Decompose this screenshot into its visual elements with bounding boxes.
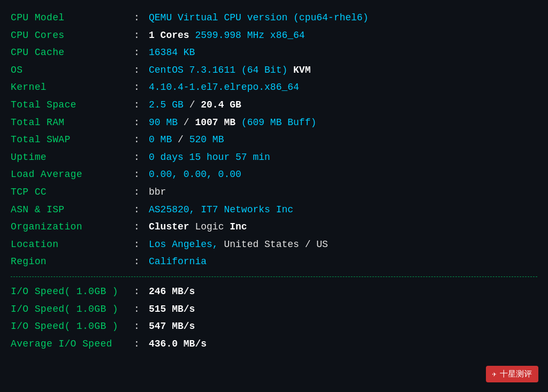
value-part: 246 MB/s (149, 286, 195, 297)
table-row: Total RAM:90 MB / 1007 MB (609 MB Buff) (11, 114, 537, 131)
table-row: Average I/O Speed:436.0 MB/s (11, 336, 537, 352)
table-row: Location:Los Angeles, United States / US (11, 236, 537, 253)
colon-separator: : (134, 132, 143, 148)
colon-separator: : (134, 219, 143, 235)
row-label: Average I/O Speed (11, 336, 134, 352)
row-value: 4.10.4-1.el7.elrepo.x86_64 (149, 79, 299, 96)
row-value: 436.0 MB/s (149, 336, 207, 352)
value-part: 90 MB (149, 117, 184, 128)
colon-separator: : (134, 253, 143, 270)
row-label: CPU Model (11, 10, 134, 26)
row-value: 547 MB/s (149, 318, 195, 335)
colon-separator: : (134, 202, 143, 218)
table-row: Total SWAP:0 MB / 520 MB (11, 132, 537, 148)
value-part: 0 days 15 hour 57 min (149, 152, 270, 163)
row-label: ASN & ISP (11, 202, 134, 218)
value-part: 2599.998 MHz x86_64 (195, 30, 305, 41)
value-part: 0.00, 0.00, 0.00 (149, 169, 241, 180)
colon-separator: : (134, 301, 143, 318)
value-part: 0 MB (149, 134, 178, 145)
watermark: ✈ 十星测评 (486, 366, 538, 382)
colon-separator: : (134, 318, 143, 335)
row-value: Los Angeles, United States / US (149, 236, 328, 253)
value-part: bbr (149, 187, 166, 197)
table-row: I/O Speed( 1.0GB ):547 MB/s (11, 318, 537, 335)
value-part: 1 (149, 30, 161, 41)
watermark-text: 十星测评 (500, 369, 532, 379)
value-part: 436.0 MB/s (149, 339, 207, 349)
value-part: California (149, 256, 207, 267)
row-value: 1 Cores 2599.998 MHz x86_64 (149, 27, 305, 44)
value-part: United States / US (224, 239, 328, 250)
colon-separator: : (134, 27, 143, 44)
row-label: I/O Speed( 1.0GB ) (11, 318, 134, 335)
table-row: Uptime:0 days 15 hour 57 min (11, 149, 537, 166)
value-part: 547 MB/s (149, 321, 195, 332)
table-row: TCP CC:bbr (11, 184, 537, 201)
row-value: 0.00, 0.00, 0.00 (149, 166, 241, 183)
value-part: 520 MB (189, 134, 224, 145)
value-part: 1007 MB (195, 117, 241, 128)
row-label: CPU Cores (11, 27, 134, 44)
value-part: 2.5 GB (149, 99, 189, 110)
section-divider (11, 276, 537, 277)
colon-separator: : (134, 114, 143, 131)
colon-separator: : (134, 62, 143, 79)
row-value: California (149, 253, 207, 270)
table-row: Kernel:4.10.4-1.el7.elrepo.x86_64 (11, 79, 537, 96)
colon-separator: : (134, 149, 143, 166)
row-value: 2.5 GB / 20.4 GB (149, 97, 241, 113)
main-info-section: CPU Model:QEMU Virtual CPU version (cpu6… (11, 10, 537, 270)
row-label: I/O Speed( 1.0GB ) (11, 301, 134, 318)
colon-separator: : (134, 44, 143, 61)
colon-separator: : (134, 336, 143, 352)
row-value: 515 MB/s (149, 301, 195, 318)
row-value: bbr (149, 184, 166, 201)
row-value: 16384 KB (149, 44, 195, 61)
table-row: CPU Cores:1 Cores 2599.998 MHz x86_64 (11, 27, 537, 44)
table-row: Region:California (11, 253, 537, 270)
colon-separator: : (134, 283, 143, 300)
value-part: Inc (230, 221, 247, 232)
value-part: AS25820, IT7 Networks Inc (149, 204, 293, 215)
table-row: I/O Speed( 1.0GB ):246 MB/s (11, 283, 537, 300)
row-label: Load Average (11, 166, 134, 183)
colon-separator: : (134, 97, 143, 113)
row-label: Region (11, 253, 134, 270)
colon-separator: : (134, 79, 143, 96)
row-label: I/O Speed( 1.0GB ) (11, 283, 134, 300)
value-part: 515 MB/s (149, 304, 195, 314)
value-part: 20.4 GB (201, 99, 241, 110)
row-label: Total Space (11, 97, 134, 113)
value-part: Cluster (149, 221, 195, 232)
row-value: AS25820, IT7 Networks Inc (149, 202, 293, 218)
table-row: Load Average:0.00, 0.00, 0.00 (11, 166, 537, 183)
value-part: KVM (293, 65, 310, 75)
row-label: Organization (11, 219, 134, 235)
value-part: 16384 KB (149, 47, 195, 58)
value-part: Logic (195, 221, 230, 232)
row-label: Total SWAP (11, 132, 134, 148)
row-label: CPU Cache (11, 44, 134, 61)
row-label: OS (11, 62, 134, 79)
table-row: CPU Model:QEMU Virtual CPU version (cpu6… (11, 10, 537, 26)
value-part: Cores (161, 30, 195, 41)
value-part: 4.10.4-1.el7.elrepo.x86_64 (149, 82, 299, 93)
row-value: 0 days 15 hour 57 min (149, 149, 270, 166)
table-row: OS:CentOS 7.3.1611 (64 Bit) KVM (11, 62, 537, 79)
colon-separator: : (134, 184, 143, 201)
table-row: I/O Speed( 1.0GB ):515 MB/s (11, 301, 537, 318)
row-label: TCP CC (11, 184, 134, 201)
value-part: CentOS 7.3.1611 (64 Bit) (149, 65, 293, 75)
row-value: CentOS 7.3.1611 (64 Bit) KVM (149, 62, 310, 79)
watermark-icon: ✈ (492, 370, 497, 379)
table-row: Total Space:2.5 GB / 20.4 GB (11, 97, 537, 113)
row-label: Kernel (11, 79, 134, 96)
value-part: Los Angeles, (149, 239, 224, 250)
row-label: Uptime (11, 149, 134, 166)
value-part: / (184, 117, 195, 128)
colon-separator: : (134, 10, 143, 26)
value-part: (609 MB Buff) (241, 117, 316, 128)
table-row: CPU Cache:16384 KB (11, 44, 537, 61)
row-value: Cluster Logic Inc (149, 219, 247, 235)
